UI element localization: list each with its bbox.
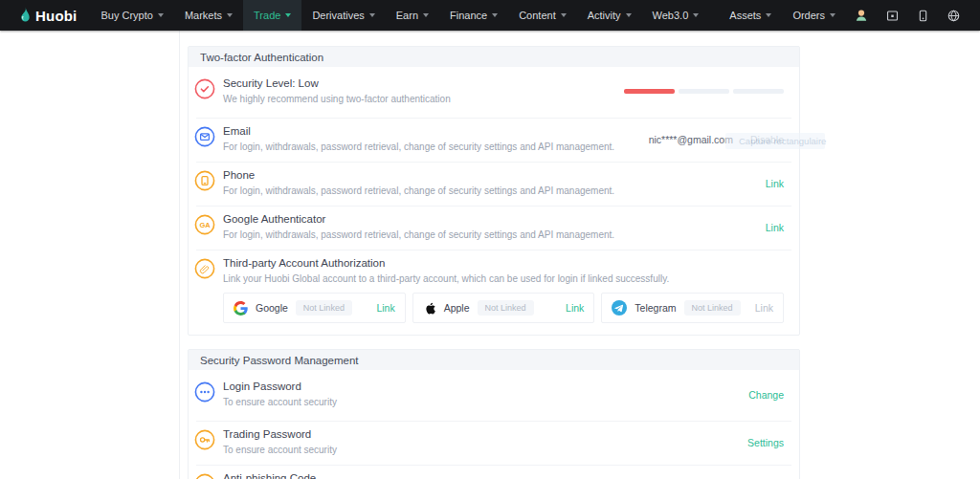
third-party-provider-list: Google Not Linked Link [223, 293, 784, 323]
provider-name: Google [256, 302, 288, 314]
chevron-down-icon [693, 13, 699, 17]
top-navbar: Huobi Buy Crypto Markets Trade Derivativ… [0, 0, 980, 31]
lock-icon [194, 473, 215, 479]
row-subtitle: For login, withdrawals, password retriev… [223, 229, 766, 241]
chevron-down-icon [766, 13, 771, 17]
chevron-down-icon [561, 13, 567, 17]
row-email: Email For login, withdrawals, password r… [189, 118, 799, 162]
provider-apple: Apple Not Linked Link [412, 293, 595, 323]
globe-icon[interactable] [946, 8, 961, 23]
progress-segment-filled [624, 89, 675, 94]
row-title: Security Level: Low [223, 77, 620, 90]
nav-item-web3[interactable]: Web3.0 [642, 0, 710, 31]
row-subtitle: To ensure account security [223, 445, 747, 456]
progress-segment-empty [733, 89, 784, 94]
link-google-authenticator-button[interactable]: Link [766, 222, 784, 233]
security-settings-column: Two-factor Authentication Security Level… [188, 46, 800, 479]
two-factor-authentication-card: Two-factor Authentication Security Level… [188, 46, 800, 336]
chevron-down-icon [626, 13, 632, 17]
progress-segment-empty [679, 89, 729, 94]
email-icon [194, 126, 215, 147]
user-avatar-icon[interactable] [854, 8, 869, 23]
chevron-down-icon [423, 13, 429, 17]
nav-item-buy-crypto[interactable]: Buy Crypto [91, 0, 174, 31]
row-security-level: Security Level: Low We highly recommend … [189, 67, 799, 118]
vertical-divider [179, 31, 180, 479]
chevron-down-icon [227, 13, 233, 17]
provider-status-badge: Not Linked [296, 300, 352, 316]
telegram-logo [612, 300, 627, 316]
row-title: Login Password [223, 381, 748, 393]
security-level-progress [620, 89, 784, 94]
huobi-logo[interactable]: Huobi [17, 8, 78, 24]
row-trading-password: Trading Password To ensure account secur… [189, 421, 799, 465]
provider-name: Apple [444, 302, 470, 314]
disable-email-button[interactable]: Disable [750, 134, 784, 145]
huobi-flame-icon [17, 8, 31, 24]
row-title: Phone [223, 169, 766, 182]
provider-status-badge: Not Linked [478, 300, 534, 316]
row-subtitle: For login, withdrawals, password retriev… [223, 185, 766, 197]
nav-item-activity[interactable]: Activity [577, 0, 642, 31]
nav-item-orders[interactable]: Orders [782, 0, 846, 31]
link-google-button[interactable]: Link [376, 302, 394, 314]
row-login-password: Login Password To ensure account securit… [189, 370, 799, 421]
nav-item-content[interactable]: Content [508, 0, 577, 31]
row-third-party-authorization: Third-party Account Authorization Link y… [189, 250, 799, 335]
row-title: Email [223, 125, 649, 138]
nav-item-earn[interactable]: Earn [386, 0, 439, 31]
section-title: Security Password Management [200, 355, 359, 366]
provider-status-badge: Not Linked [684, 300, 741, 316]
provider-telegram: Telegram Not Linked Link [601, 293, 784, 323]
chevron-down-icon [285, 13, 291, 17]
nav-item-derivatives[interactable]: Derivatives [301, 0, 385, 31]
row-google-authenticator: GA Google Authenticator For login, withd… [189, 206, 799, 250]
chevron-down-icon [158, 13, 164, 17]
phone-icon [194, 170, 215, 191]
link-telegram-button[interactable]: Link [755, 302, 773, 314]
nav-item-markets[interactable]: Markets [174, 0, 243, 31]
chevron-down-icon [492, 13, 498, 17]
key-icon [194, 429, 215, 450]
password-dots-icon [194, 381, 215, 403]
row-subtitle: To ensure account security [223, 397, 748, 408]
chevron-down-icon [369, 13, 375, 17]
row-subtitle: Link your Huobi Global account to a thir… [223, 273, 784, 285]
trading-password-settings-button[interactable]: Settings [747, 437, 784, 448]
security-password-management-card: Security Password Management Login Passw… [188, 349, 800, 479]
row-title: Trading Password [223, 428, 747, 441]
nav-item-assets[interactable]: Assets [719, 0, 782, 31]
google-logo [234, 301, 248, 316]
navbar-right: Assets Orders [719, 0, 969, 31]
change-login-password-button[interactable]: Change [748, 389, 784, 401]
security-shield-icon [194, 78, 215, 99]
desktop-icon[interactable] [884, 8, 900, 23]
nav-item-finance[interactable]: Finance [439, 0, 508, 31]
section-header: Two-factor Authentication [189, 47, 799, 67]
mobile-download-icon[interactable] [915, 8, 930, 23]
link-phone-button[interactable]: Link [766, 178, 784, 189]
row-title: Anti-phishing Code [223, 472, 747, 479]
row-title: Google Authenticator [223, 213, 766, 226]
svg-text:GA: GA [199, 221, 211, 229]
main-content-area: Capture rectangulaire Two-factor Authent… [0, 31, 980, 479]
huobi-security-settings-page: Huobi Buy Crypto Markets Trade Derivativ… [0, 0, 980, 479]
brand-name: Huobi [35, 8, 78, 24]
email-value: nic****@gmail.com [649, 134, 733, 145]
row-phone: Phone For login, withdrawals, password r… [189, 162, 799, 206]
nav-item-trade[interactable]: Trade [243, 0, 301, 31]
section-header: Security Password Management [189, 350, 799, 370]
apple-logo [423, 301, 436, 316]
google-authenticator-icon: GA [194, 214, 215, 235]
section-title: Two-factor Authentication [200, 52, 323, 63]
paperclip-icon [194, 258, 215, 279]
provider-google: Google Not Linked Link [223, 293, 406, 323]
row-anti-phishing-code: Anti-phishing Code The email sent to you… [189, 465, 799, 479]
chevron-down-icon [830, 13, 835, 17]
row-title: Third-party Account Authorization [223, 257, 784, 270]
provider-name: Telegram [635, 302, 676, 314]
row-subtitle: For login, withdrawals, password retriev… [223, 142, 649, 153]
row-subtitle: We highly recommend using two-factor aut… [223, 94, 620, 105]
link-apple-button[interactable]: Link [566, 302, 584, 314]
